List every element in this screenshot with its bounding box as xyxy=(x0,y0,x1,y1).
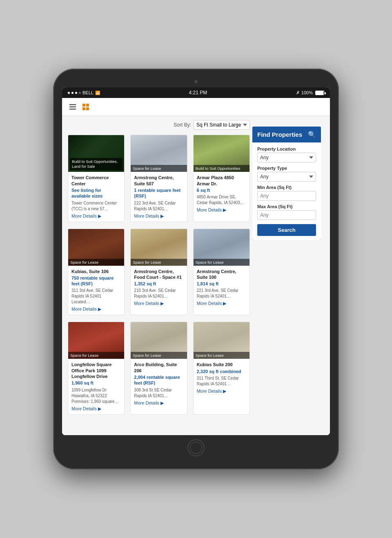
status-bar: BELL 📶 4:21 PM ✗ 100% xyxy=(62,87,330,98)
property-type-select[interactable]: Any xyxy=(257,172,316,182)
property-info-9: Kubias Suite 200 2,320 sq ft combined 31… xyxy=(194,359,249,397)
property-name-6: Armstrong Centre, Suite 100 xyxy=(197,269,246,280)
property-address-8: 308 3rd St SE Cedar Rapids IA 52401… xyxy=(134,387,183,399)
property-highlight-5: 1,352 sq ft xyxy=(134,281,183,287)
camera xyxy=(194,80,198,83)
property-name-9: Kubias Suite 200 xyxy=(197,362,246,367)
property-card-1: Build to Suit Opportunities, Land for Sa… xyxy=(68,135,125,222)
property-image-4: Space for Lease xyxy=(68,229,124,266)
svg-rect-1 xyxy=(69,106,76,107)
property-name-3: Armar Plaza 4850 Armar Dr. xyxy=(197,175,246,187)
find-properties-header: Find Properties 🔍 xyxy=(252,127,321,142)
property-name-5: Armstrong Centre, Food Court - Space #1 xyxy=(134,269,183,280)
property-image-8: Space for Lease xyxy=(131,322,187,359)
property-location-select[interactable]: Any xyxy=(257,153,316,162)
grid-view-icon xyxy=(82,103,89,111)
max-area-input[interactable] xyxy=(257,210,316,220)
ipad-screen: BELL 📶 4:21 PM ✗ 100% xyxy=(62,87,330,435)
signal-dot-2 xyxy=(71,92,74,94)
property-address-9: 311 Third St. SE Cedar Rapids IA 52401… xyxy=(197,376,246,387)
search-button[interactable]: Search xyxy=(257,224,316,236)
more-details-4[interactable]: More Details ▶ xyxy=(71,307,121,312)
more-details-1[interactable]: More Details ▶ xyxy=(71,213,121,219)
carrier-name: BELL xyxy=(82,90,94,95)
property-address-4: 311 3rd Ave. SE Cedar Rapids IA 52401 Lo… xyxy=(71,288,121,305)
grid-view-button[interactable] xyxy=(81,102,91,112)
min-area-input[interactable] xyxy=(257,191,316,201)
property-name-7: Longfellow Square Office Park 1099 Longf… xyxy=(71,362,121,379)
main-area: Sort By: Sq Ft Small to Large Build to S… xyxy=(62,116,256,422)
img-badge-2: Space for Lease xyxy=(131,165,187,172)
signal-dot-1 xyxy=(68,92,70,94)
property-card-9: Space for Lease Kubias Suite 200 2,320 s… xyxy=(193,322,250,414)
property-grid-row-1: Build to Suit Opportunities, Land for Sa… xyxy=(68,135,250,222)
img-badge-9: Space for Lease xyxy=(194,352,249,359)
property-type-label: Property Type xyxy=(257,166,316,171)
img-badge-8: Space for Lease xyxy=(131,352,187,359)
property-card-3: Build to Suit Opportunities Armar Plaza … xyxy=(193,135,250,222)
property-info-1: Tower Commerce Center See listing for av… xyxy=(68,172,124,221)
img-badge-6: Space for Lease xyxy=(194,259,249,266)
top-nav xyxy=(62,98,330,116)
svg-rect-0 xyxy=(69,104,76,105)
max-area-label: Max Area (Sq Ft) xyxy=(257,204,316,209)
battery-fill xyxy=(316,91,323,95)
property-highlight-7: 1,960 sq ft xyxy=(71,380,121,386)
sort-label: Sort By: xyxy=(174,122,191,128)
property-card-8: Space for Lease Arco Building, Suite 206… xyxy=(130,322,187,414)
property-info-8: Arco Building, Suite 206 2,004 rentable … xyxy=(131,359,187,408)
more-details-7[interactable]: More Details ▶ xyxy=(71,406,121,411)
property-highlight-8: 2,004 rentable square feet (RSF) xyxy=(134,374,183,386)
battery-percent: 100% xyxy=(301,90,313,95)
list-view-button[interactable] xyxy=(68,102,78,112)
property-location-label: Property Location xyxy=(257,147,316,151)
status-left: BELL 📶 xyxy=(68,90,100,95)
img-badge-1: Build to Suit Opportunities, Land for Sa… xyxy=(70,158,122,171)
home-button[interactable] xyxy=(187,439,205,456)
property-grid-row-2: Space for Lease Kubias, Suite 106 750 re… xyxy=(68,229,250,316)
property-name-2: Armstrong Centre, Suite 507 xyxy=(134,175,183,187)
property-address-1: Tower Commerce Center (TCC) is a new 57… xyxy=(71,200,121,212)
property-image-9: Space for Lease xyxy=(194,322,249,359)
property-address-7: 1099 Longfellow Dr Hiawatha, IA 52322 Pr… xyxy=(71,387,121,405)
search-icon[interactable]: 🔍 xyxy=(308,131,316,138)
wifi-icon: 📶 xyxy=(95,91,100,95)
signal-dot-4 xyxy=(79,92,81,94)
property-name-1: Tower Commerce Center xyxy=(71,175,121,187)
property-image-7: Space for Lease xyxy=(68,322,124,359)
signal-dot-3 xyxy=(75,92,77,94)
status-right: ✗ 100% xyxy=(296,90,324,96)
img-badge-5: Space for Lease xyxy=(131,259,187,266)
property-name-8: Arco Building, Suite 206 xyxy=(134,362,183,373)
more-details-5[interactable]: More Details ▶ xyxy=(134,301,183,306)
img-badge-4: Space for Lease xyxy=(68,259,124,266)
property-info-7: Longfellow Square Office Park 1099 Longf… xyxy=(68,359,124,414)
home-button-inner xyxy=(190,442,202,454)
property-info-5: Armstrong Centre, Food Court - Space #1 … xyxy=(131,266,187,309)
more-details-2[interactable]: More Details ▶ xyxy=(134,213,183,219)
svg-rect-3 xyxy=(82,104,85,107)
sort-select[interactable]: Sq Ft Small to Large xyxy=(194,120,250,130)
property-info-6: Armstrong Centre, Suite 100 1,814 sq ft … xyxy=(194,266,249,309)
find-properties-title: Find Properties xyxy=(257,131,302,138)
find-properties-body: Property Location Any Property Type Any … xyxy=(252,142,321,240)
img-badge-3: Build to Suit Opportunities xyxy=(194,165,249,172)
more-details-8[interactable]: More Details ▶ xyxy=(134,400,183,406)
more-details-6[interactable]: More Details ▶ xyxy=(197,301,246,306)
find-properties-panel: Find Properties 🔍 Property Location Any … xyxy=(252,127,321,240)
list-view-icon xyxy=(69,103,76,111)
property-highlight-6: 1,814 sq ft xyxy=(197,281,246,287)
more-details-9[interactable]: More Details ▶ xyxy=(197,389,246,394)
property-name-4: Kubias, Suite 106 xyxy=(71,269,121,274)
svg-rect-4 xyxy=(86,104,89,107)
property-card-7: Space for Lease Longfellow Square Office… xyxy=(68,322,125,414)
property-highlight-4: 750 rentable square feet (RSF) xyxy=(71,275,121,287)
property-address-6: 221 3rd Ave. SE Cedar Rapids IA 52401… xyxy=(197,288,246,299)
property-image-3: Build to Suit Opportunities xyxy=(194,135,249,172)
svg-rect-5 xyxy=(82,107,85,110)
battery-bar xyxy=(315,91,324,95)
svg-rect-2 xyxy=(69,109,76,110)
more-details-3[interactable]: More Details ▶ xyxy=(197,207,246,213)
ipad-device: BELL 📶 4:21 PM ✗ 100% xyxy=(53,69,339,469)
property-image-5: Space for Lease xyxy=(131,229,187,266)
